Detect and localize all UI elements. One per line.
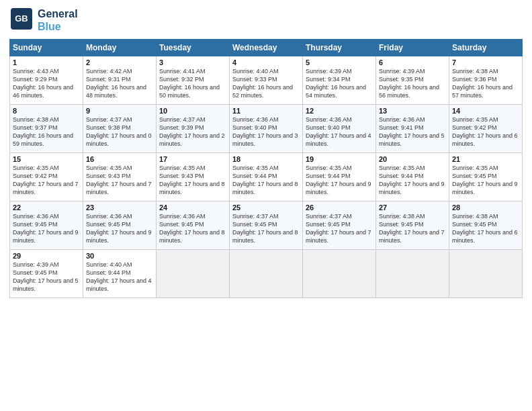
day-number: 15	[13, 155, 80, 163]
day-number: 2	[86, 58, 153, 66]
calendar-cell: 11 Sunrise: 4:36 AM Sunset: 9:40 PM Dayl…	[230, 105, 303, 153]
day-number: 16	[86, 155, 153, 163]
day-number: 21	[452, 155, 519, 163]
day-number: 19	[306, 155, 373, 163]
day-number: 1	[13, 58, 80, 66]
day-info: Sunrise: 4:39 AM Sunset: 9:35 PM Dayligh…	[379, 67, 446, 100]
calendar-cell: 26 Sunrise: 4:37 AM Sunset: 9:45 PM Dayl…	[303, 201, 376, 250]
calendar-cell: 7 Sunrise: 4:38 AM Sunset: 9:36 PM Dayli…	[449, 56, 523, 105]
calendar-cell: 10 Sunrise: 4:37 AM Sunset: 9:39 PM Dayl…	[157, 105, 230, 153]
day-number: 4	[232, 58, 300, 66]
day-info: Sunrise: 4:37 AM Sunset: 9:45 PM Dayligh…	[232, 212, 300, 245]
calendar-header: SundayMondayTuesdayWednesdayThursdayFrid…	[10, 40, 523, 56]
day-info: Sunrise: 4:42 AM Sunset: 9:31 PM Dayligh…	[86, 67, 153, 100]
calendar-cell: 8 Sunrise: 4:38 AM Sunset: 9:37 PM Dayli…	[10, 105, 83, 153]
day-info: Sunrise: 4:36 AM Sunset: 9:40 PM Dayligh…	[306, 116, 373, 148]
calendar-cell: 13 Sunrise: 4:36 AM Sunset: 9:41 PM Dayl…	[376, 105, 449, 153]
day-number: 30	[86, 252, 153, 260]
day-number: 26	[306, 203, 373, 212]
day-number: 8	[13, 107, 80, 115]
calendar-cell: 1 Sunrise: 4:43 AM Sunset: 9:29 PM Dayli…	[10, 56, 83, 105]
day-info: Sunrise: 4:43 AM Sunset: 9:29 PM Dayligh…	[13, 67, 80, 100]
calendar-cell	[303, 250, 376, 298]
day-info: Sunrise: 4:35 AM Sunset: 9:43 PM Dayligh…	[159, 164, 226, 197]
day-info: Sunrise: 4:38 AM Sunset: 9:37 PM Dayligh…	[13, 116, 80, 148]
calendar-cell: 4 Sunrise: 4:40 AM Sunset: 9:33 PM Dayli…	[230, 56, 303, 105]
day-number: 25	[232, 203, 300, 212]
day-number: 12	[306, 107, 373, 115]
day-number: 3	[159, 58, 226, 66]
day-info: Sunrise: 4:35 AM Sunset: 9:44 PM Dayligh…	[232, 164, 300, 197]
day-number: 9	[86, 107, 153, 115]
calendar-cell	[157, 250, 230, 298]
day-number: 13	[379, 107, 446, 115]
day-info: Sunrise: 4:40 AM Sunset: 9:33 PM Dayligh…	[232, 67, 300, 100]
day-info: Sunrise: 4:38 AM Sunset: 9:36 PM Dayligh…	[452, 67, 519, 100]
calendar-cell: 17 Sunrise: 4:35 AM Sunset: 9:43 PM Dayl…	[157, 153, 230, 201]
day-info: Sunrise: 4:35 AM Sunset: 9:45 PM Dayligh…	[452, 164, 519, 197]
calendar-cell: 18 Sunrise: 4:35 AM Sunset: 9:44 PM Dayl…	[230, 153, 303, 201]
calendar-cell: 28 Sunrise: 4:38 AM Sunset: 9:45 PM Dayl…	[449, 201, 523, 250]
calendar-body: 1 Sunrise: 4:43 AM Sunset: 9:29 PM Dayli…	[10, 56, 523, 298]
calendar-week: 8 Sunrise: 4:38 AM Sunset: 9:37 PM Dayli…	[10, 105, 523, 153]
day-number: 23	[86, 203, 153, 212]
day-header: Friday	[376, 40, 449, 56]
day-number: 7	[452, 58, 519, 66]
calendar-cell: 2 Sunrise: 4:42 AM Sunset: 9:31 PM Dayli…	[83, 56, 157, 105]
day-info: Sunrise: 4:38 AM Sunset: 9:45 PM Dayligh…	[452, 212, 519, 245]
calendar-cell: 9 Sunrise: 4:37 AM Sunset: 9:38 PM Dayli…	[83, 105, 157, 153]
calendar-cell: 6 Sunrise: 4:39 AM Sunset: 9:35 PM Dayli…	[376, 56, 449, 105]
day-header: Tuesday	[157, 40, 230, 56]
day-header: Thursday	[303, 40, 376, 56]
day-number: 28	[452, 203, 519, 212]
day-header: Saturday	[449, 40, 523, 56]
day-number: 27	[379, 203, 446, 212]
day-header: Wednesday	[230, 40, 303, 56]
day-info: Sunrise: 4:36 AM Sunset: 9:41 PM Dayligh…	[379, 116, 446, 148]
calendar: SundayMondayTuesdayWednesdayThursdayFrid…	[9, 39, 523, 298]
day-info: Sunrise: 4:39 AM Sunset: 9:45 PM Dayligh…	[13, 261, 80, 293]
calendar-cell: 16 Sunrise: 4:35 AM Sunset: 9:43 PM Dayl…	[83, 153, 157, 201]
calendar-cell	[230, 250, 303, 298]
calendar-week: 15 Sunrise: 4:35 AM Sunset: 9:42 PM Dayl…	[10, 153, 523, 201]
day-number: 22	[13, 203, 80, 212]
day-number: 17	[159, 155, 226, 163]
calendar-week: 1 Sunrise: 4:43 AM Sunset: 9:29 PM Dayli…	[10, 56, 523, 105]
day-info: Sunrise: 4:39 AM Sunset: 9:34 PM Dayligh…	[306, 67, 373, 100]
day-number: 5	[306, 58, 373, 66]
calendar-cell: 3 Sunrise: 4:41 AM Sunset: 9:32 PM Dayli…	[157, 56, 230, 105]
day-header: Sunday	[10, 40, 83, 56]
calendar-cell: 12 Sunrise: 4:36 AM Sunset: 9:40 PM Dayl…	[303, 105, 376, 153]
day-info: Sunrise: 4:35 AM Sunset: 9:44 PM Dayligh…	[306, 164, 373, 197]
day-info: Sunrise: 4:36 AM Sunset: 9:40 PM Dayligh…	[232, 116, 300, 148]
day-number: 24	[159, 203, 226, 212]
calendar-cell: 20 Sunrise: 4:35 AM Sunset: 9:44 PM Dayl…	[376, 153, 449, 201]
calendar-cell: 19 Sunrise: 4:35 AM Sunset: 9:44 PM Dayl…	[303, 153, 376, 201]
calendar-cell: 15 Sunrise: 4:35 AM Sunset: 9:42 PM Dayl…	[10, 153, 83, 201]
day-info: Sunrise: 4:41 AM Sunset: 9:32 PM Dayligh…	[159, 67, 226, 100]
day-header: Monday	[83, 40, 157, 56]
calendar-cell: 5 Sunrise: 4:39 AM Sunset: 9:34 PM Dayli…	[303, 56, 376, 105]
day-info: Sunrise: 4:37 AM Sunset: 9:39 PM Dayligh…	[159, 116, 226, 148]
day-number: 18	[232, 155, 300, 163]
logo: GB General Blue	[9, 7, 78, 34]
calendar-cell	[449, 250, 523, 298]
calendar-cell: 21 Sunrise: 4:35 AM Sunset: 9:45 PM Dayl…	[449, 153, 523, 201]
calendar-cell: 14 Sunrise: 4:35 AM Sunset: 9:42 PM Dayl…	[449, 105, 523, 153]
day-info: Sunrise: 4:35 AM Sunset: 9:43 PM Dayligh…	[86, 164, 153, 197]
day-info: Sunrise: 4:37 AM Sunset: 9:38 PM Dayligh…	[86, 116, 153, 148]
calendar-cell: 29 Sunrise: 4:39 AM Sunset: 9:45 PM Dayl…	[10, 250, 83, 298]
day-info: Sunrise: 4:35 AM Sunset: 9:42 PM Dayligh…	[452, 116, 519, 148]
day-info: Sunrise: 4:35 AM Sunset: 9:42 PM Dayligh…	[13, 164, 80, 197]
day-info: Sunrise: 4:36 AM Sunset: 9:45 PM Dayligh…	[13, 212, 80, 245]
logo-text-line1: General	[38, 7, 78, 20]
day-info: Sunrise: 4:38 AM Sunset: 9:45 PM Dayligh…	[379, 212, 446, 245]
calendar-cell: 27 Sunrise: 4:38 AM Sunset: 9:45 PM Dayl…	[376, 201, 449, 250]
calendar-cell: 30 Sunrise: 4:40 AM Sunset: 9:44 PM Dayl…	[83, 250, 157, 298]
svg-text:GB: GB	[15, 13, 28, 24]
calendar-week: 29 Sunrise: 4:39 AM Sunset: 9:45 PM Dayl…	[10, 250, 523, 298]
day-number: 20	[379, 155, 446, 163]
logo-icon: GB	[9, 7, 34, 31]
calendar-cell	[376, 250, 449, 298]
calendar-cell: 25 Sunrise: 4:37 AM Sunset: 9:45 PM Dayl…	[230, 201, 303, 250]
